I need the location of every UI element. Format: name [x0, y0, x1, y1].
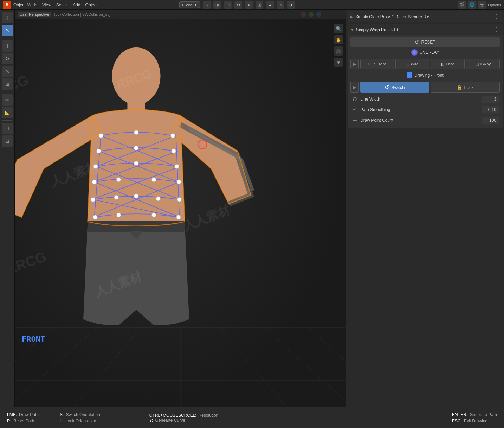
y-key: Y: [149, 418, 153, 423]
reset-label: RESET [421, 40, 435, 45]
world-icon[interactable]: 🌐 [468, 1, 476, 9]
svg-point-49 [353, 120, 354, 121]
proportional-icon[interactable]: ⊙ [234, 1, 242, 9]
render-icon[interactable]: 📷 [478, 1, 486, 9]
viewport-shading-icon[interactable]: ● [266, 1, 274, 9]
face-btn[interactable]: ◧ Face [431, 59, 465, 69]
svg-point-17 [134, 130, 138, 135]
xray-label: X-Ray [480, 62, 491, 66]
snap-icon[interactable]: ⊞ [224, 1, 232, 9]
drawing-label: Drawing - Front [414, 73, 444, 78]
svg-point-33 [177, 197, 182, 202]
left-shortcuts: LMB: Draw Path R: Reset Path [7, 412, 39, 423]
lock-icon: 🔒 [457, 85, 462, 90]
overlay-row: OVERLAY [350, 47, 500, 58]
camera-icon[interactable]: 🎥 [334, 46, 343, 56]
toolbar-divider-2 [2, 92, 12, 92]
scene-icon[interactable]: 🎬 [458, 1, 466, 9]
l-key: L: [60, 419, 63, 423]
xray-icon[interactable]: ◫ [256, 1, 263, 9]
menu-item-add[interactable]: Add [73, 2, 80, 7]
svg-line-11 [308, 327, 346, 407]
draw-point-count-value[interactable]: 100 [482, 117, 499, 124]
overlay-icon[interactable]: ◈ [245, 1, 253, 9]
menu-item-view[interactable]: View [42, 2, 51, 7]
face-icon: ◧ [441, 62, 444, 66]
ctrl-shortcuts: CTRL+MOUSESCROLL: Resolution Y: Genearte… [149, 413, 218, 423]
search-viewport-icon[interactable]: 🔍 [334, 24, 343, 33]
svg-point-50 [354, 120, 355, 121]
line-width-value[interactable]: 3 [482, 96, 499, 103]
extra-tool[interactable]: ⊟ [2, 135, 13, 147]
simply-cloth-header[interactable]: ▶ Simply Cloth Pro v. 2.0 - for Blender … [348, 11, 503, 22]
blender-logo: B [3, 1, 11, 9]
face-label: Face [446, 62, 454, 66]
menu-item-object-mode[interactable]: Object Mode [13, 2, 37, 7]
hand-tool-icon[interactable]: ✋ [334, 35, 343, 44]
s-shortcut: S: Switch Orientation [60, 412, 100, 417]
svg-point-28 [177, 180, 181, 184]
expand-btn[interactable]: ▶ [350, 59, 359, 69]
panel-dots-icon[interactable]: ⋮⋮ [487, 13, 500, 20]
wire-btn[interactable]: ⊞ Wire [395, 59, 429, 69]
pivot-icon[interactable]: ◎ [213, 1, 221, 9]
wire-label: Wire [411, 62, 419, 66]
annotate-tool[interactable]: ✏ [2, 94, 13, 106]
cursor-tool[interactable]: ⊹ [2, 12, 13, 23]
transform-icon[interactable]: ⊕ [203, 1, 211, 9]
overlay-buttons: ▶ □ In Front ⊞ Wire ◧ Face ◫ [350, 58, 500, 70]
overlay-label: OVERLAY [420, 50, 439, 55]
menu-item-object[interactable]: Object [85, 2, 98, 7]
material-icon[interactable]: ◑ [287, 1, 295, 9]
scale-tool[interactable]: ⤡ [2, 66, 13, 77]
perspective-toggle[interactable]: User Perspective [18, 12, 51, 17]
y-shortcut: Y: Genearte Curve [149, 418, 218, 423]
select-tool[interactable]: ↖ [2, 25, 13, 36]
measure-tool[interactable]: 📐 [2, 107, 13, 118]
svg-point-36 [151, 213, 156, 217]
rotate-tool[interactable]: ↻ [2, 53, 13, 64]
svg-point-20 [134, 146, 138, 150]
grid-view-icon[interactable]: ⊞ [334, 58, 343, 67]
svg-point-18 [170, 133, 175, 138]
xray-icon: ◫ [475, 62, 479, 66]
add-cube-tool[interactable]: □ [2, 123, 13, 134]
path-smoothing-icon [351, 106, 358, 113]
svg-text:人人素材: 人人素材 [181, 203, 232, 233]
front-label: FRONT [22, 335, 45, 344]
options-label: Options [488, 3, 501, 7]
switch-rotate-icon: ↺ [385, 84, 389, 91]
enter-desc: Generate Path [470, 412, 497, 417]
path-smoothing-label: Path Smoothing [360, 107, 479, 112]
ctrl-shortcut: CTRL+MOUSESCROLL: Resolution [149, 413, 218, 418]
path-smoothing-value[interactable]: 0.10 [482, 106, 499, 113]
simply-wrap-body: ↺ RESET OVERLAY ▶ □ In Front ⊞ [348, 35, 503, 128]
viewport-header: User Perspective (33) Collection | SWCol… [15, 10, 346, 19]
r-desc: Reset Path [13, 419, 34, 423]
svg-point-30 [114, 195, 119, 200]
global-label: Global [182, 3, 194, 7]
switch-button[interactable]: ↺ Switch [360, 82, 429, 93]
esc-desc: Exit Drawing [464, 419, 487, 423]
svg-point-26 [116, 178, 121, 182]
switch-expand-btn[interactable]: ▶ [350, 82, 359, 93]
svg-text:RRCG: RRCG [15, 248, 49, 277]
simply-cloth-title: Simply Cloth Pro v. 2.0 - for Blender 3.… [355, 14, 429, 19]
transform-tool[interactable]: ⊞ [2, 78, 13, 90]
reset-button[interactable]: ↺ RESET [350, 37, 500, 47]
global-mode-btn[interactable]: Global ▾ [179, 1, 200, 8]
move-tool[interactable]: ✛ [2, 40, 13, 52]
bottom-bar: LMB: Draw Path R: Reset Path S: Switch O… [0, 407, 504, 428]
in-front-btn[interactable]: □ In Front [360, 59, 394, 69]
xray-btn[interactable]: ◫ X-Ray [466, 59, 500, 69]
viewport[interactable]: RRCG 人人素材 RRCG 人人素材 RRCG 人人素材 User Persp… [15, 10, 346, 407]
rendered-icon[interactable]: ○ [277, 1, 284, 9]
simply-cloth-section: ▶ Simply Cloth Pro v. 2.0 - for Blender … [348, 11, 503, 22]
simply-wrap-header[interactable]: ▼ Simply Wrap Pro - v1.0 ⋮⋮ [348, 24, 503, 35]
simply-wrap-section: ▼ Simply Wrap Pro - v1.0 ⋮⋮ ↺ RESET OVER… [348, 24, 503, 128]
svg-line-7 [75, 327, 141, 407]
panel-dots-icon-2[interactable]: ⋮⋮ [487, 26, 500, 33]
chevron-down-icon: ▾ [195, 2, 197, 7]
lock-button[interactable]: 🔒 Lock [431, 82, 500, 93]
menu-item-select[interactable]: Select [56, 2, 68, 7]
